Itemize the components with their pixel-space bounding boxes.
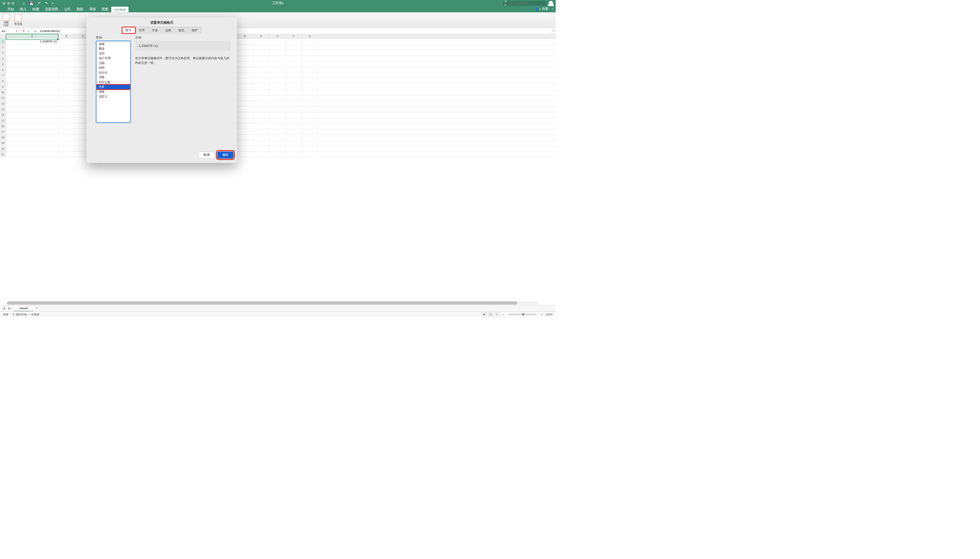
cell[interactable]: [269, 123, 286, 129]
cell[interactable]: [58, 61, 75, 67]
cell[interactable]: [285, 117, 302, 123]
cell[interactable]: [237, 106, 253, 112]
cell[interactable]: [302, 56, 318, 61]
cell[interactable]: [237, 152, 253, 157]
ribbon-tab-acrobat[interactable]: Acrobat: [111, 7, 128, 13]
dialog-tab-fill[interactable]: 填充: [175, 27, 188, 33]
cell[interactable]: [302, 45, 318, 50]
cell[interactable]: [285, 140, 302, 146]
row-header[interactable]: 4: [0, 56, 6, 61]
ribbon-tab-view[interactable]: 视图: [99, 6, 111, 12]
share-button[interactable]: 👤+ 共享: [535, 7, 548, 11]
cell[interactable]: [285, 78, 302, 84]
cell[interactable]: [237, 56, 253, 61]
undo-icon[interactable]: ↶: [38, 1, 41, 5]
cell[interactable]: [6, 67, 58, 73]
cell[interactable]: [6, 73, 58, 78]
row-header[interactable]: 12: [0, 101, 6, 106]
cell[interactable]: [253, 95, 269, 101]
cancel-button[interactable]: 取消: [198, 152, 214, 159]
category-item[interactable]: 分数: [97, 75, 130, 80]
cell[interactable]: [237, 123, 253, 129]
cell[interactable]: [269, 67, 286, 73]
ribbon-tab-formulas[interactable]: 公式: [61, 6, 74, 12]
ribbon-tab-draw[interactable]: 绘图: [30, 6, 42, 12]
cell[interactable]: [58, 67, 75, 73]
category-item[interactable]: 常规: [97, 41, 130, 46]
ok-button[interactable]: 确定: [218, 152, 234, 159]
cell[interactable]: [285, 61, 302, 67]
col-header[interactable]: M: [237, 34, 253, 38]
name-box[interactable]: A1 ▲▼: [0, 28, 20, 34]
category-item[interactable]: 特殊: [97, 89, 130, 94]
cell[interactable]: [269, 90, 286, 95]
view-page-break-button[interactable]: ⧉: [495, 313, 499, 316]
cell[interactable]: [237, 50, 253, 56]
view-page-layout-button[interactable]: ▤: [488, 313, 493, 316]
minimize-window-button[interactable]: [7, 2, 10, 5]
cell[interactable]: [285, 73, 302, 78]
cell[interactable]: [253, 135, 269, 140]
cell[interactable]: [237, 101, 253, 106]
cell[interactable]: [269, 117, 286, 123]
formula-expand-icon[interactable]: ▾: [551, 28, 556, 34]
cell[interactable]: [58, 45, 75, 50]
cell[interactable]: [253, 106, 269, 112]
cell[interactable]: [269, 152, 286, 157]
cell[interactable]: [253, 112, 269, 117]
cell[interactable]: [269, 50, 286, 56]
cell[interactable]: [269, 106, 286, 112]
row-header[interactable]: 18: [0, 135, 6, 140]
cell[interactable]: [6, 146, 58, 151]
dialog-tab-border[interactable]: 边框: [162, 27, 175, 33]
cell[interactable]: [58, 101, 75, 106]
scrollbar-thumb[interactable]: [7, 301, 517, 305]
col-header-a[interactable]: A: [6, 34, 58, 38]
cell[interactable]: [253, 50, 269, 56]
cell[interactable]: [253, 56, 269, 61]
cell[interactable]: [237, 140, 253, 146]
cell[interactable]: [269, 61, 286, 67]
fx-icon[interactable]: fx: [33, 28, 38, 34]
cell[interactable]: [269, 112, 286, 117]
cell[interactable]: [253, 73, 269, 78]
dialog-tab-protection[interactable]: 保护: [188, 27, 201, 33]
cell[interactable]: [237, 84, 253, 89]
ribbon-tab-page-layout[interactable]: 页面布局: [42, 6, 61, 12]
search-input[interactable]: [510, 2, 544, 5]
cell[interactable]: [269, 56, 286, 61]
category-item[interactable]: 货币: [97, 51, 130, 56]
cell[interactable]: [58, 117, 75, 123]
cell[interactable]: [285, 146, 302, 151]
zoom-in-button[interactable]: +: [539, 313, 544, 316]
cell[interactable]: [237, 78, 253, 84]
sheet-nav-prev[interactable]: ◀: [1, 306, 7, 311]
cell[interactable]: [269, 135, 286, 140]
cell[interactable]: [237, 117, 253, 123]
cell[interactable]: [302, 106, 318, 112]
cell[interactable]: [269, 73, 286, 78]
cell[interactable]: [253, 123, 269, 129]
category-item[interactable]: 自定义: [97, 94, 130, 99]
cell[interactable]: [302, 140, 318, 146]
cell[interactable]: [302, 152, 318, 157]
cell[interactable]: [6, 56, 58, 61]
spreadsheet-grid[interactable]: A B C D E F G H I J K L M N O P Q 11.234…: [0, 34, 556, 305]
cell[interactable]: [6, 129, 58, 134]
cell[interactable]: [237, 38, 253, 44]
zoom-slider[interactable]: [508, 314, 536, 314]
cell[interactable]: [58, 135, 75, 140]
category-list[interactable]: 常规数值货币会计专用日期时间百分比分数科学记数文本特殊自定义: [96, 41, 131, 123]
sheet-tab[interactable]: Sheet1: [14, 306, 33, 312]
cell[interactable]: [237, 146, 253, 151]
dialog-tab-number[interactable]: 数字: [122, 27, 135, 33]
cell[interactable]: [6, 61, 58, 67]
ribbon-tab-insert[interactable]: 插入: [17, 6, 30, 12]
cell[interactable]: [6, 140, 58, 146]
cell[interactable]: [58, 140, 75, 146]
cell[interactable]: [6, 90, 58, 95]
cell[interactable]: [285, 106, 302, 112]
cell[interactable]: [237, 90, 253, 95]
ribbon-tab-review[interactable]: 审阅: [86, 6, 99, 12]
zoom-thumb[interactable]: [523, 313, 525, 316]
